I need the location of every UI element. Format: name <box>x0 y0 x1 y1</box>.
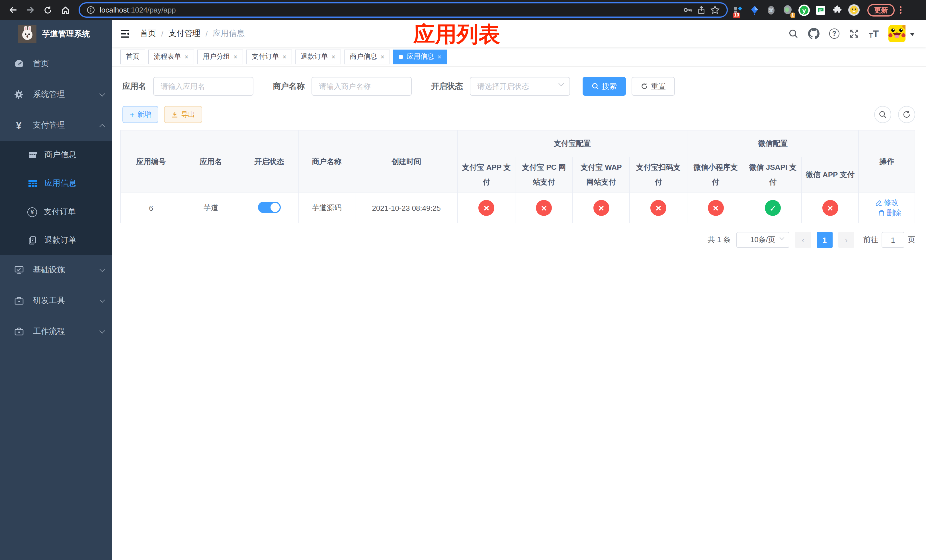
add-button[interactable]: +新增 <box>123 106 158 123</box>
col-alipay-app: 支付宝 APP 支付 <box>458 157 515 193</box>
status-toggle[interactable] <box>258 201 281 213</box>
close-tab-icon[interactable] <box>437 53 441 60</box>
tab-home[interactable]: 首页 <box>120 49 145 64</box>
close-tab-icon[interactable] <box>331 53 336 60</box>
briefcase-icon <box>14 327 24 336</box>
browser-update-button[interactable]: 更新 <box>867 4 895 16</box>
sidebar: 芋道管理系统 首页 系统管理 ¥ 支付管理 <box>0 20 112 560</box>
close-tab-icon[interactable] <box>380 53 384 60</box>
sidebar-item-infra[interactable]: 基础设施 <box>0 255 112 285</box>
chevron-down-icon <box>780 235 784 240</box>
active-dot <box>399 54 403 59</box>
cell-create-time: 2021-10-23 08:49:25 <box>355 193 458 223</box>
extensions-puzzle-icon[interactable] <box>831 4 843 16</box>
extension-shortcuts-icon[interactable]: ⌘ <box>765 4 777 16</box>
url-text: localhost:1024/pay/app <box>100 6 176 14</box>
edit-link[interactable]: 修改 <box>875 198 899 208</box>
user-avatar[interactable] <box>888 25 905 42</box>
close-tab-icon[interactable] <box>185 53 189 60</box>
app-logo[interactable]: 芋道管理系统 <box>0 20 112 48</box>
sidebar-item-app-info[interactable]: 应用信息 <box>0 169 112 198</box>
profile-avatar-icon[interactable] <box>847 4 860 16</box>
table-toolbar: +新增 导出 <box>123 106 915 123</box>
user-menu[interactable] <box>888 25 915 42</box>
export-button[interactable]: 导出 <box>164 106 202 123</box>
browser-home-icon[interactable] <box>59 3 72 17</box>
group-alipay-config: 支付宝配置 <box>458 130 687 157</box>
yen-circle-icon: ¥ <box>27 207 37 217</box>
search-icon[interactable] <box>788 29 799 39</box>
close-tab-icon[interactable] <box>233 53 238 60</box>
site-info-icon[interactable] <box>86 6 95 14</box>
font-size-icon[interactable]: TT <box>869 29 879 38</box>
sidebar-item-refund-order[interactable]: 退款订单 <box>0 226 112 255</box>
yen-icon: ¥ <box>14 121 24 130</box>
bookmark-star-icon[interactable] <box>710 5 720 15</box>
extension-kite-icon[interactable] <box>748 4 761 16</box>
sidebar-item-home[interactable]: 首页 <box>0 48 112 79</box>
logo-rabbit-icon <box>18 25 36 43</box>
tab-process-form[interactable]: 流程表单 <box>148 49 194 64</box>
app-name-input[interactable] <box>153 77 253 96</box>
goto-suffix: 页 <box>908 235 915 245</box>
chevron-down-icon <box>910 33 915 36</box>
cell-app-name: 芋道 <box>182 193 240 223</box>
extension-yudao-icon[interactable]: y <box>798 4 810 16</box>
search-button[interactable]: 搜索 <box>583 77 626 96</box>
wx-lite-status-icon <box>708 200 723 216</box>
page-1-button[interactable]: 1 <box>817 232 832 248</box>
sidebar-item-system[interactable]: 系统管理 <box>0 79 112 110</box>
browser-toolbar: localhost:1024/pay/app 10 ⌘ 1 <box>0 0 926 20</box>
tab-user-group[interactable]: 用户分组 <box>197 49 243 64</box>
next-page-button[interactable]: › <box>838 232 854 248</box>
extension-blocker-icon[interactable]: 10 <box>732 4 744 16</box>
sidebar-item-merchant[interactable]: 商户信息 <box>0 141 112 169</box>
cell-merchant: 芋道源码 <box>298 193 355 223</box>
merchant-name-input[interactable] <box>312 77 412 96</box>
sidebar-item-payment[interactable]: ¥ 支付管理 <box>0 110 112 141</box>
browser-back-icon[interactable] <box>6 3 20 17</box>
page-size-select[interactable]: 10条/页 <box>736 232 789 248</box>
refresh-button[interactable] <box>898 106 915 123</box>
status-label: 开启状态 <box>431 81 463 91</box>
toggle-search-button[interactable] <box>874 106 891 123</box>
sidebar-item-devtools[interactable]: 研发工具 <box>0 285 112 316</box>
share-icon[interactable] <box>697 5 706 15</box>
password-key-icon[interactable] <box>683 5 693 15</box>
browser-reload-icon[interactable] <box>41 3 54 17</box>
prev-page-button[interactable]: ‹ <box>795 232 811 248</box>
delete-link[interactable]: 删除 <box>878 208 901 218</box>
gear-icon <box>14 90 24 99</box>
tab-merchant-info[interactable]: 商户信息 <box>344 49 390 64</box>
github-icon[interactable] <box>808 28 820 39</box>
sidebar-item-label: 工作流程 <box>33 327 91 337</box>
tab-app-info-active[interactable]: 应用信息 <box>393 49 447 64</box>
tab-pay-order[interactable]: 支付订单 <box>246 49 292 64</box>
col-merchant: 商户名称 <box>298 130 355 193</box>
tab-refund-order[interactable]: 退款订单 <box>295 49 341 64</box>
sidebar-item-label: 基础设施 <box>33 265 91 275</box>
monitor-chart-icon <box>14 265 24 275</box>
extension-recorder-icon[interactable]: 1 <box>781 4 794 16</box>
fullscreen-icon[interactable] <box>849 29 859 39</box>
sidebar-item-workflow[interactable]: 工作流程 <box>0 316 112 347</box>
close-tab-icon[interactable] <box>283 53 286 60</box>
help-icon[interactable]: ? <box>829 29 840 39</box>
browser-menu-icon[interactable] <box>900 6 902 14</box>
status-select-input[interactable] <box>470 77 570 96</box>
reset-button[interactable]: 重置 <box>632 77 675 96</box>
breadcrumb-home[interactable]: 首页 <box>140 29 156 39</box>
breadcrumb: 首页 / 支付管理 / 应用信息 <box>140 29 245 39</box>
sidebar-collapse-icon[interactable] <box>120 29 131 38</box>
chevron-down-icon <box>99 266 105 272</box>
sidebar-item-pay-order[interactable]: ¥ 支付订单 <box>0 198 112 226</box>
app-name-label: 应用名 <box>123 81 146 91</box>
url-bar[interactable]: localhost:1024/pay/app <box>79 2 728 18</box>
status-select[interactable] <box>470 77 570 96</box>
breadcrumb-payment[interactable]: 支付管理 <box>169 29 200 39</box>
alipay-pc-status-icon <box>536 200 552 216</box>
extension-chat-icon[interactable] <box>814 4 827 16</box>
goto-page-input[interactable] <box>882 232 904 248</box>
col-alipay-qr: 支付宝扫码支付 <box>630 157 687 193</box>
browser-forward-icon[interactable] <box>23 3 37 17</box>
